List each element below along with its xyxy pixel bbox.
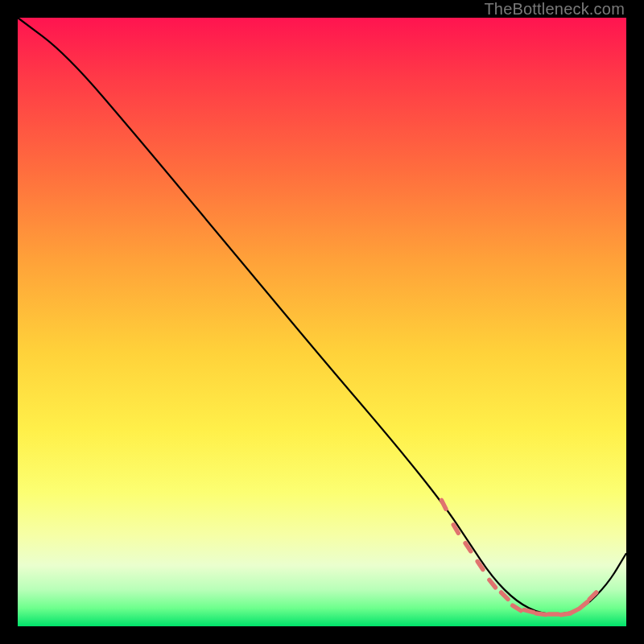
trough-marker: [589, 592, 597, 599]
line-layer: [18, 18, 626, 614]
trough-marker: [502, 592, 508, 599]
trough-marker: [524, 610, 534, 613]
marker-layer: [442, 500, 597, 614]
trough-marker: [536, 613, 546, 615]
trough-marker: [580, 602, 588, 609]
trough-marker: [489, 580, 496, 587]
curve-svg: [18, 18, 626, 626]
watermark-text: TheBottleneck.com: [484, 0, 625, 19]
plot-area: [18, 18, 626, 626]
chart-frame: TheBottleneck.com: [0, 0, 644, 644]
trough-marker: [513, 605, 521, 610]
trough-marker: [570, 609, 579, 613]
trough-marker: [442, 500, 446, 509]
curve-path: [18, 18, 626, 614]
